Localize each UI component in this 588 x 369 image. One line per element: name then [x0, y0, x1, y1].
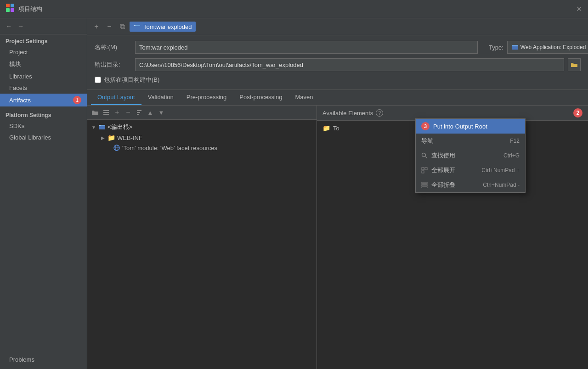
sidebar-item-label: SDKs — [9, 123, 24, 129]
svg-rect-23 — [422, 168, 424, 170]
output-path-input[interactable] — [135, 58, 564, 71]
svg-rect-3 — [11, 8, 14, 12]
svg-rect-28 — [422, 187, 427, 188]
sidebar-item-artifacts[interactable]: Artifacts 1 — [0, 94, 87, 106]
svg-rect-0 — [6, 4, 10, 7]
include-in-build-checkbox[interactable] — [95, 77, 101, 83]
name-input[interactable] — [135, 41, 478, 54]
type-select[interactable]: Web Application: Exploded ▼ — [507, 41, 588, 54]
tree-add-button[interactable]: + — [112, 107, 122, 117]
context-menu-item-find-usages[interactable]: 查找使用 Ctrl+G — [416, 148, 525, 163]
sidebar-item-label: Global Libraries — [9, 134, 51, 141]
context-menu-item-put-into-output-root[interactable]: 3 Put into Output Root — [416, 119, 525, 134]
collapse-all-icon — [421, 182, 428, 188]
artifact-name: Tom:war exploded — [143, 23, 192, 30]
remove-artifact-button[interactable]: − — [104, 21, 115, 32]
svg-rect-13 — [137, 112, 140, 113]
svg-rect-9 — [103, 110, 109, 111]
type-value: Web Application: Exploded — [520, 44, 586, 50]
tab-post-processing[interactable]: Post-processing — [233, 90, 288, 105]
sidebar-item-label: Problems — [9, 356, 34, 363]
tree-content: ▼ <输出根> ▶ 📁 WEB-INF — [87, 120, 317, 369]
root-icon — [98, 123, 106, 131]
window-title: 项目结构 — [18, 5, 42, 13]
context-shortcut: Ctrl+G — [503, 152, 520, 159]
tab-pre-processing[interactable]: Pre-processing — [180, 90, 233, 105]
sidebar-item-libraries[interactable]: Libraries — [0, 71, 87, 82]
tree-root-item[interactable]: ▼ <输出根> — [87, 122, 317, 133]
context-menu-label: Put into Output Root — [433, 123, 487, 130]
folder-icon — [571, 62, 578, 68]
context-menu-item-navigate[interactable]: 导航 F12 — [416, 134, 525, 148]
menu-badge-3: 3 — [421, 122, 430, 130]
close-button[interactable]: ✕ — [575, 6, 582, 13]
copy-artifact-button[interactable]: ⧉ — [117, 21, 128, 32]
name-label: 名称:(M) — [95, 43, 131, 51]
tree-webinf-item[interactable]: ▶ 📁 WEB-INF — [87, 133, 317, 143]
sort-icon — [136, 109, 142, 116]
output-label: 输出目录: — [95, 61, 131, 69]
sidebar-item-problems[interactable]: Problems — [0, 354, 87, 365]
search-icon — [421, 152, 428, 159]
form-area: 名称:(M) Type: Web Application: Exploded ▼ — [87, 35, 588, 90]
svg-rect-14 — [137, 114, 139, 115]
add-artifact-button[interactable]: + — [91, 21, 102, 32]
tree-remove-button[interactable]: − — [123, 107, 133, 117]
tree-sort-button[interactable] — [134, 107, 144, 117]
list-icon — [103, 109, 109, 116]
svg-rect-25 — [422, 171, 424, 173]
selected-artifact[interactable]: Tom:war exploded — [130, 22, 196, 32]
name-row: 名称:(M) Type: Web Application: Exploded ▼ — [95, 41, 581, 54]
context-shortcut: F12 — [510, 138, 520, 144]
output-row: 输出目录: — [95, 58, 581, 71]
type-label: Type: — [489, 44, 503, 51]
sidebar-item-modules[interactable]: 模块 — [0, 58, 87, 71]
sidebar-nav: ← → — [0, 18, 87, 34]
tree-folder-button[interactable] — [90, 107, 100, 117]
context-shortcut: Ctrl+NumPad - — [483, 182, 520, 188]
tree-panel: + − ▲ ▼ ▼ — [87, 106, 317, 369]
back-button[interactable]: ← — [4, 21, 14, 31]
context-shortcut: Ctrl+NumPad + — [481, 167, 520, 173]
tree-resource-item[interactable]: 'Tom' module: 'Web' facet resources — [87, 143, 317, 153]
title-left: 项目结构 — [6, 3, 42, 15]
context-menu-label: 全部折叠 — [431, 181, 455, 189]
tab-maven[interactable]: Maven — [288, 90, 319, 105]
svg-line-22 — [425, 157, 427, 158]
context-menu-label: 查找使用 — [431, 151, 455, 160]
sidebar-item-facets[interactable]: Facets — [0, 82, 87, 94]
svg-rect-10 — [103, 112, 109, 113]
sidebar-item-label: Libraries — [9, 73, 32, 80]
folder-add-icon — [91, 109, 99, 116]
tree-down-button[interactable]: ▼ — [156, 107, 166, 117]
sidebar-item-global-libraries[interactable]: Global Libraries — [0, 132, 87, 143]
root-expand-arrow: ▼ — [91, 124, 96, 130]
context-menu-item-collapse-all[interactable]: 全部折叠 Ctrl+NumPad - — [416, 178, 525, 192]
browse-folder-button[interactable] — [568, 58, 581, 71]
tree-list-button[interactable] — [101, 107, 111, 117]
sidebar-item-label: Artifacts — [9, 97, 31, 104]
app-icon — [6, 3, 15, 15]
folder-icon: 📁 — [107, 134, 115, 141]
svg-point-6 — [135, 25, 136, 26]
available-title: Available Elements — [322, 110, 373, 117]
sidebar-item-project[interactable]: Project — [0, 46, 87, 58]
sidebar-item-label: 模块 — [9, 60, 21, 68]
help-button[interactable]: ? — [376, 109, 383, 117]
context-menu-item-expand-all[interactable]: 全部展开 Ctrl+NumPad + — [416, 163, 525, 178]
svg-rect-12 — [137, 110, 141, 111]
available-badge: 2 — [573, 108, 582, 117]
expand-all-icon — [421, 167, 428, 173]
tab-validation[interactable]: Validation — [141, 90, 180, 105]
artifact-type-icon — [133, 23, 141, 30]
tree-up-button[interactable]: ▲ — [145, 107, 155, 117]
forward-button[interactable]: → — [16, 21, 26, 31]
tab-output-layout[interactable]: Output Layout — [91, 90, 141, 105]
resource-icon — [113, 144, 120, 151]
project-settings-title: Project Settings — [0, 34, 87, 46]
platform-settings-title: Platform Settings — [0, 106, 87, 120]
tree-resource-label: 'Tom' module: 'Web' facet resources — [122, 145, 217, 151]
context-menu: 3 Put into Output Root 导航 F12 查找使用 Ctrl+… — [415, 118, 526, 193]
sidebar-item-sdks[interactable]: SDKs — [0, 120, 87, 132]
svg-rect-11 — [103, 114, 109, 115]
